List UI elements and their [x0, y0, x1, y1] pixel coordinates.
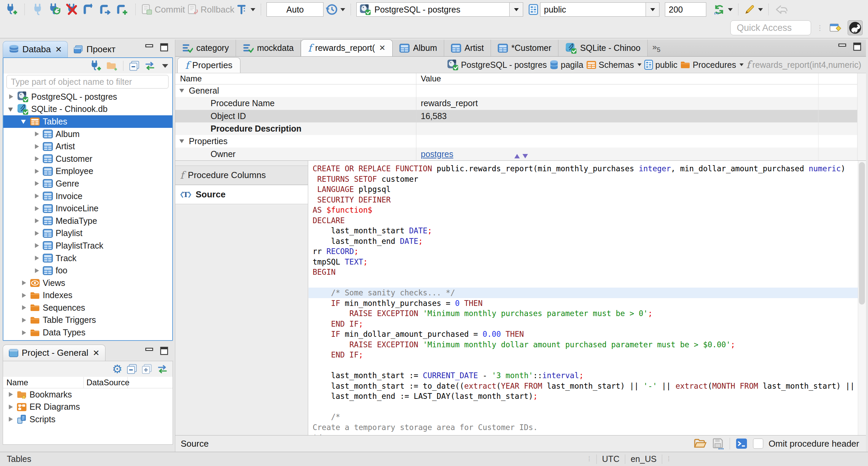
- expand-arrow-icon[interactable]: [32, 165, 43, 178]
- grid-row-general[interactable]: General: [175, 84, 866, 97]
- reconnect-button[interactable]: [47, 2, 62, 17]
- transaction-mode-button[interactable]: [236, 2, 255, 17]
- collapse-arrow-icon[interactable]: [179, 89, 184, 93]
- tab-properties[interactable]: f Properties: [177, 57, 240, 73]
- expand-arrow-icon[interactable]: [19, 289, 30, 302]
- new-connection-button[interactable]: [4, 2, 19, 17]
- project-item-er-diagrams[interactable]: ER Diagrams: [3, 401, 173, 413]
- column-header-datasource[interactable]: DataSource: [84, 377, 128, 388]
- tree-item-indexes[interactable]: Indexes: [3, 289, 172, 302]
- grid-scrollbar[interactable]: [857, 73, 866, 160]
- expand-arrow-icon[interactable]: [32, 153, 43, 165]
- tree-item-playlist[interactable]: Playlist: [3, 227, 172, 240]
- sql-editor-button[interactable]: [81, 2, 96, 17]
- expand-arrow-icon[interactable]: [32, 202, 43, 215]
- minimize-icon[interactable]: [144, 43, 155, 52]
- expand-arrow-icon[interactable]: [32, 252, 43, 265]
- grid-column-name[interactable]: Name: [175, 74, 416, 83]
- project-item-scripts[interactable]: Scripts: [3, 413, 173, 426]
- refresh-button[interactable]: [713, 2, 733, 17]
- link-with-editor-icon[interactable]: [156, 364, 169, 374]
- section-tab-source[interactable]: TSource: [175, 185, 308, 204]
- tree-item-postgresql-postgres[interactable]: PostgreSQL - postgres: [3, 91, 172, 103]
- breadcrumb-item-postgresql-postgres[interactable]: PostgreSQL - postgres: [447, 59, 547, 71]
- tree-item-table-triggers[interactable]: Table Triggers: [3, 314, 172, 327]
- tree-item-album[interactable]: Album: [3, 128, 172, 140]
- disconnect-button[interactable]: [64, 2, 79, 17]
- collapse-all-icon[interactable]: [126, 364, 137, 374]
- splitter-collapse-buttons[interactable]: [514, 154, 528, 158]
- tree-item-employee[interactable]: Employee: [3, 165, 172, 178]
- gear-icon[interactable]: ⚙: [112, 363, 122, 375]
- breadcrumb-item-procedures[interactable]: Procedures: [680, 60, 744, 70]
- sql-editor-recent-button[interactable]: [115, 2, 130, 17]
- maximize-icon[interactable]: [159, 347, 170, 355]
- active-connection-combo[interactable]: PostgreSQL - postgres: [356, 2, 523, 17]
- expand-arrow-icon[interactable]: [6, 401, 17, 413]
- grid-row-procedure-description[interactable]: Procedure Description: [175, 122, 866, 135]
- expand-arrow-icon[interactable]: [32, 264, 43, 277]
- open-perspective-icon[interactable]: [829, 22, 842, 34]
- editor-tab-customer[interactable]: *Customer: [491, 40, 558, 56]
- grid-column-divider[interactable]: [818, 73, 818, 160]
- view-menu-icon[interactable]: [162, 64, 168, 68]
- project-item-bookmarks[interactable]: Bookmarks: [3, 388, 173, 401]
- close-icon[interactable]: ✕: [93, 348, 100, 358]
- expand-all-icon[interactable]: [141, 364, 152, 374]
- tree-item-data-types[interactable]: Data Types: [3, 326, 172, 339]
- maximize-icon[interactable]: [852, 42, 863, 51]
- tree-item-invoiceline[interactable]: InvoiceLine: [3, 202, 172, 215]
- save-to-file-icon[interactable]: [712, 438, 724, 450]
- grid-column-value[interactable]: Value: [416, 74, 866, 83]
- tree-item-sequences[interactable]: Sequences: [3, 302, 172, 314]
- expand-arrow-icon[interactable]: [32, 215, 43, 227]
- sql-editor-new-button[interactable]: [98, 2, 113, 17]
- editor-tab-album[interactable]: Album: [393, 40, 444, 56]
- omit-procedure-header-checkbox[interactable]: [753, 439, 763, 449]
- source-code-viewer[interactable]: CREATE OR REPLACE FUNCTION public.reward…: [309, 161, 866, 435]
- tree-item-mediatype[interactable]: MediaType: [3, 215, 172, 227]
- connect-button[interactable]: [30, 2, 45, 17]
- dropdown-arrow-icon[interactable]: [637, 63, 642, 66]
- property-value[interactable]: postgres: [421, 149, 453, 159]
- expand-arrow-icon[interactable]: [19, 314, 30, 327]
- tree-item-sqlite-chinook-db[interactable]: SQLite - Chinook.db: [3, 103, 172, 116]
- link-with-editor-icon[interactable]: [144, 61, 156, 71]
- tree-item-foo[interactable]: foo: [3, 264, 172, 277]
- expand-arrow-icon[interactable]: [19, 302, 30, 314]
- grid-row-object-id[interactable]: Object ID16,583: [175, 110, 866, 122]
- grid-row-procedure-name[interactable]: Procedure Namerewards_report: [175, 97, 866, 110]
- expand-arrow-icon[interactable]: [6, 91, 17, 103]
- quick-access-input[interactable]: [730, 20, 811, 35]
- editor-tab-mockdata[interactable]: mockdata: [236, 40, 301, 56]
- dbeaver-perspective-icon[interactable]: [848, 20, 863, 35]
- tab-overflow-indicator[interactable]: »5: [648, 42, 665, 54]
- expand-arrow-icon[interactable]: [19, 326, 30, 339]
- code-scrollbar[interactable]: [858, 161, 866, 435]
- breadcrumb-item-public[interactable]: public: [644, 60, 677, 70]
- tree-item-invoice[interactable]: Invoice: [3, 190, 172, 202]
- tree-item-artist[interactable]: Artist: [3, 140, 172, 153]
- tree-item-tables[interactable]: Tables: [3, 115, 172, 128]
- expand-arrow-icon[interactable]: [19, 277, 30, 289]
- open-console-icon[interactable]: [735, 438, 748, 450]
- close-icon[interactable]: ✕: [55, 45, 62, 54]
- editor-tab-sqlite-chinoo[interactable]: SQLite - Chinoo: [558, 40, 648, 56]
- column-header-name[interactable]: Name: [3, 377, 84, 388]
- expand-arrow-icon[interactable]: [32, 239, 43, 252]
- collapse-arrow-icon[interactable]: [19, 115, 30, 128]
- commit-mode-combo[interactable]: Auto: [267, 2, 323, 17]
- grid-column-divider[interactable]: [416, 73, 416, 160]
- expand-arrow-icon[interactable]: [32, 140, 43, 153]
- tab-project-general[interactable]: Project - General ✕: [3, 345, 105, 361]
- connection-dropdown-button[interactable]: [509, 3, 523, 16]
- collapse-arrow-icon[interactable]: [6, 103, 17, 116]
- new-folder-icon[interactable]: [106, 61, 118, 71]
- tree-item-customer[interactable]: Customer: [3, 153, 172, 165]
- breadcrumb-item-schemas[interactable]: Schemas: [586, 60, 642, 70]
- close-icon[interactable]: ✕: [379, 43, 386, 53]
- grid-row-properties[interactable]: Properties: [175, 135, 866, 148]
- back-button[interactable]: [774, 2, 789, 17]
- expand-arrow-icon[interactable]: [6, 413, 17, 426]
- tab-project[interactable]: Проект: [68, 41, 121, 57]
